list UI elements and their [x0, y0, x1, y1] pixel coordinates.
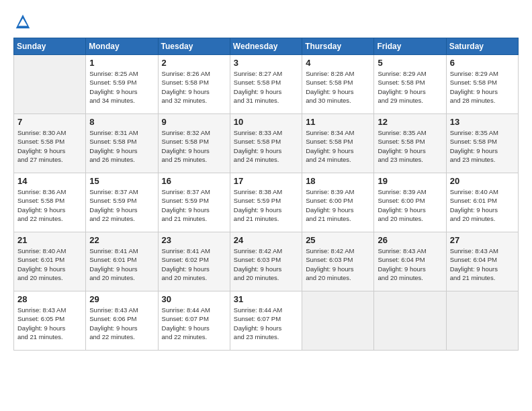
calendar-cell: 20Sunrise: 8:40 AM Sunset: 6:01 PM Dayli… — [446, 173, 518, 232]
logo — [13, 12, 35, 31]
calendar-table: SundayMondayTuesdayWednesdayThursdayFrid… — [13, 38, 519, 351]
calendar-cell: 19Sunrise: 8:39 AM Sunset: 6:00 PM Dayli… — [374, 173, 446, 232]
calendar-cell: 29Sunrise: 8:43 AM Sunset: 6:06 PM Dayli… — [86, 291, 158, 351]
day-info: Sunrise: 8:35 AM Sunset: 5:58 PM Dayligh… — [378, 128, 442, 164]
day-info: Sunrise: 8:39 AM Sunset: 6:00 PM Dayligh… — [378, 187, 442, 223]
day-info: Sunrise: 8:44 AM Sunset: 6:07 PM Dayligh… — [162, 306, 226, 341]
day-info: Sunrise: 8:36 AM Sunset: 5:58 PM Dayligh… — [17, 187, 82, 223]
day-number: 25 — [306, 235, 370, 245]
calendar-cell — [302, 291, 374, 351]
weekday-header-row: SundayMondayTuesdayWednesdayThursdayFrid… — [14, 38, 519, 55]
day-number: 12 — [378, 117, 442, 127]
day-info: Sunrise: 8:31 AM Sunset: 5:58 PM Dayligh… — [89, 128, 154, 164]
weekday-header-friday: Friday — [374, 38, 446, 55]
calendar-cell: 2Sunrise: 8:26 AM Sunset: 5:58 PM Daylig… — [158, 55, 230, 114]
day-number: 29 — [89, 294, 154, 304]
calendar-cell: 28Sunrise: 8:43 AM Sunset: 6:05 PM Dayli… — [14, 291, 86, 351]
day-info: Sunrise: 8:43 AM Sunset: 6:06 PM Dayligh… — [89, 306, 154, 341]
day-info: Sunrise: 8:26 AM Sunset: 5:58 PM Dayligh… — [162, 69, 226, 105]
day-number: 23 — [162, 235, 226, 245]
calendar-week-5: 28Sunrise: 8:43 AM Sunset: 6:05 PM Dayli… — [14, 291, 519, 351]
day-number: 21 — [17, 235, 82, 245]
calendar-cell: 27Sunrise: 8:43 AM Sunset: 6:04 PM Dayli… — [446, 232, 518, 291]
calendar-cell: 23Sunrise: 8:41 AM Sunset: 6:02 PM Dayli… — [158, 232, 230, 291]
day-info: Sunrise: 8:28 AM Sunset: 5:58 PM Dayligh… — [306, 69, 370, 105]
calendar-cell: 5Sunrise: 8:29 AM Sunset: 5:58 PM Daylig… — [374, 55, 446, 114]
weekday-header-tuesday: Tuesday — [158, 38, 230, 55]
day-info: Sunrise: 8:44 AM Sunset: 6:07 PM Dayligh… — [234, 306, 298, 341]
day-number: 7 — [17, 117, 82, 127]
calendar-cell: 17Sunrise: 8:38 AM Sunset: 5:59 PM Dayli… — [230, 173, 302, 232]
day-number: 17 — [234, 176, 298, 186]
day-info: Sunrise: 8:25 AM Sunset: 5:59 PM Dayligh… — [89, 69, 154, 105]
calendar-week-4: 21Sunrise: 8:40 AM Sunset: 6:01 PM Dayli… — [14, 232, 519, 291]
calendar-cell: 31Sunrise: 8:44 AM Sunset: 6:07 PM Dayli… — [230, 291, 302, 351]
day-info: Sunrise: 8:33 AM Sunset: 5:58 PM Dayligh… — [234, 128, 298, 164]
day-info: Sunrise: 8:35 AM Sunset: 5:58 PM Dayligh… — [450, 128, 515, 164]
calendar-cell: 26Sunrise: 8:43 AM Sunset: 6:04 PM Dayli… — [374, 232, 446, 291]
day-number: 1 — [89, 58, 154, 68]
calendar-week-1: 1Sunrise: 8:25 AM Sunset: 5:59 PM Daylig… — [14, 55, 519, 114]
calendar-cell: 18Sunrise: 8:39 AM Sunset: 6:00 PM Dayli… — [302, 173, 374, 232]
day-number: 31 — [234, 294, 298, 304]
day-number: 19 — [378, 176, 442, 186]
day-number: 26 — [378, 235, 442, 245]
calendar-cell: 22Sunrise: 8:41 AM Sunset: 6:01 PM Dayli… — [86, 232, 158, 291]
day-number: 5 — [378, 58, 442, 68]
day-info: Sunrise: 8:42 AM Sunset: 6:03 PM Dayligh… — [306, 246, 370, 282]
calendar-cell: 25Sunrise: 8:42 AM Sunset: 6:03 PM Dayli… — [302, 232, 374, 291]
day-number: 14 — [17, 176, 82, 186]
day-info: Sunrise: 8:41 AM Sunset: 6:01 PM Dayligh… — [89, 246, 154, 282]
calendar-cell: 3Sunrise: 8:27 AM Sunset: 5:58 PM Daylig… — [230, 55, 302, 114]
day-number: 11 — [306, 117, 370, 127]
weekday-header-monday: Monday — [86, 38, 158, 55]
calendar-cell: 12Sunrise: 8:35 AM Sunset: 5:58 PM Dayli… — [374, 114, 446, 173]
calendar-cell: 7Sunrise: 8:30 AM Sunset: 5:58 PM Daylig… — [14, 114, 86, 173]
day-info: Sunrise: 8:30 AM Sunset: 5:58 PM Dayligh… — [17, 128, 82, 164]
calendar-cell: 8Sunrise: 8:31 AM Sunset: 5:58 PM Daylig… — [86, 114, 158, 173]
day-info: Sunrise: 8:29 AM Sunset: 5:58 PM Dayligh… — [450, 69, 515, 105]
day-info: Sunrise: 8:43 AM Sunset: 6:04 PM Dayligh… — [450, 246, 515, 282]
day-info: Sunrise: 8:37 AM Sunset: 5:59 PM Dayligh… — [162, 187, 226, 223]
day-info: Sunrise: 8:32 AM Sunset: 5:58 PM Dayligh… — [162, 128, 226, 164]
day-number: 24 — [234, 235, 298, 245]
calendar-cell: 24Sunrise: 8:42 AM Sunset: 6:03 PM Dayli… — [230, 232, 302, 291]
day-number: 16 — [162, 176, 226, 186]
calendar-cell: 13Sunrise: 8:35 AM Sunset: 5:58 PM Dayli… — [446, 114, 518, 173]
day-info: Sunrise: 8:37 AM Sunset: 5:59 PM Dayligh… — [89, 187, 154, 223]
day-number: 8 — [89, 117, 154, 127]
day-info: Sunrise: 8:43 AM Sunset: 6:05 PM Dayligh… — [17, 306, 82, 341]
day-number: 3 — [234, 58, 298, 68]
day-number: 9 — [162, 117, 226, 127]
calendar-cell: 10Sunrise: 8:33 AM Sunset: 5:58 PM Dayli… — [230, 114, 302, 173]
day-info: Sunrise: 8:40 AM Sunset: 6:01 PM Dayligh… — [17, 246, 82, 282]
calendar-cell: 6Sunrise: 8:29 AM Sunset: 5:58 PM Daylig… — [446, 55, 518, 114]
calendar-cell: 30Sunrise: 8:44 AM Sunset: 6:07 PM Dayli… — [158, 291, 230, 351]
calendar-cell: 11Sunrise: 8:34 AM Sunset: 5:58 PM Dayli… — [302, 114, 374, 173]
day-number: 10 — [234, 117, 298, 127]
calendar-cell: 4Sunrise: 8:28 AM Sunset: 5:58 PM Daylig… — [302, 55, 374, 114]
calendar-week-3: 14Sunrise: 8:36 AM Sunset: 5:58 PM Dayli… — [14, 173, 519, 232]
day-info: Sunrise: 8:40 AM Sunset: 6:01 PM Dayligh… — [450, 187, 515, 223]
weekday-header-thursday: Thursday — [302, 38, 374, 55]
day-info: Sunrise: 8:29 AM Sunset: 5:58 PM Dayligh… — [378, 69, 442, 105]
header — [13, 12, 519, 31]
day-info: Sunrise: 8:27 AM Sunset: 5:58 PM Dayligh… — [234, 69, 298, 105]
calendar-cell: 9Sunrise: 8:32 AM Sunset: 5:58 PM Daylig… — [158, 114, 230, 173]
day-info: Sunrise: 8:43 AM Sunset: 6:04 PM Dayligh… — [378, 246, 442, 282]
day-info: Sunrise: 8:42 AM Sunset: 6:03 PM Dayligh… — [234, 246, 298, 282]
calendar-cell: 16Sunrise: 8:37 AM Sunset: 5:59 PM Dayli… — [158, 173, 230, 232]
day-number: 27 — [450, 235, 515, 245]
day-number: 18 — [306, 176, 370, 186]
day-info: Sunrise: 8:38 AM Sunset: 5:59 PM Dayligh… — [234, 187, 298, 223]
weekday-header-wednesday: Wednesday — [230, 38, 302, 55]
day-number: 15 — [89, 176, 154, 186]
calendar-cell: 14Sunrise: 8:36 AM Sunset: 5:58 PM Dayli… — [14, 173, 86, 232]
day-number: 2 — [162, 58, 226, 68]
day-number: 30 — [162, 294, 226, 304]
calendar-week-2: 7Sunrise: 8:30 AM Sunset: 5:58 PM Daylig… — [14, 114, 519, 173]
day-number: 6 — [450, 58, 515, 68]
day-info: Sunrise: 8:41 AM Sunset: 6:02 PM Dayligh… — [162, 246, 226, 282]
calendar-cell — [14, 55, 86, 114]
day-info: Sunrise: 8:34 AM Sunset: 5:58 PM Dayligh… — [306, 128, 370, 164]
